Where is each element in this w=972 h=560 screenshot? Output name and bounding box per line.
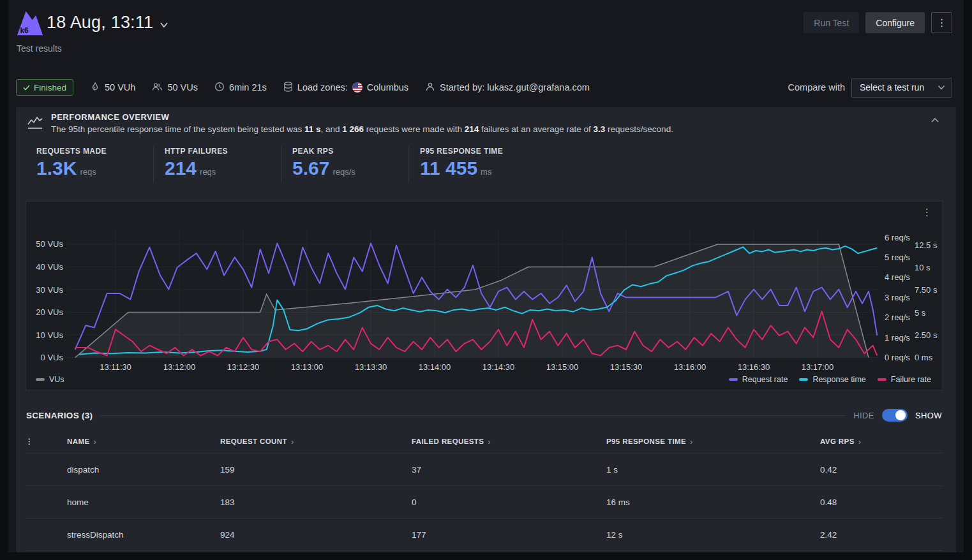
- y-axis-rate-label: 3 req/s: [885, 293, 910, 302]
- show-label[interactable]: SHOW: [915, 411, 942, 420]
- stat-value: 1.3Kreqs: [36, 158, 153, 182]
- status-item-text: 50 VUs: [167, 82, 198, 92]
- stats-row: REQUESTS MADE1.3KreqsHTTP FAILURES214req…: [26, 147, 536, 182]
- timeseries-chart-panel: ⋮ 0 VUs10 VUs20 VUs30 VUs40 VUs50 VUs0 r…: [26, 201, 943, 390]
- status-row: Finished 50 VUh50 VUs6min 21sLoad zones:…: [16, 78, 952, 97]
- check-icon: [23, 85, 30, 91]
- x-axis-time-label: 13:17:00: [802, 362, 834, 372]
- stat-label: REQUESTS MADE: [36, 147, 153, 156]
- scenarios-title: SCENARIOS (3): [26, 411, 93, 420]
- y-axis-time-label: 2.50 s: [915, 330, 938, 340]
- stat-card: REQUESTS MADE1.3Kreqs: [26, 147, 153, 182]
- stat-unit: reqs/s: [333, 167, 355, 177]
- y-axis-rate-label: 5 req/s: [885, 253, 910, 262]
- stat-card: HTTP FAILURES214reqs: [153, 147, 281, 182]
- cell-p95-response-time: 16 ms: [606, 497, 820, 507]
- legend-swatch: [878, 378, 886, 381]
- compare-test-run-select[interactable]: Select a test run: [851, 78, 952, 98]
- legend-item-request-rate[interactable]: Request rate: [729, 375, 788, 384]
- status-item-text: Started by: lukasz.gut@grafana.com: [440, 82, 590, 92]
- y-axis-vus-label: 0 VUs: [41, 353, 64, 362]
- show-hide-toggle[interactable]: [882, 409, 908, 422]
- y-axis-vus-label: 20 VUs: [36, 307, 63, 317]
- table-row[interactable]: stressDispatch92417712 s2.42: [26, 519, 943, 551]
- cell-failed-requests: 0: [412, 497, 606, 507]
- legend-item-response-time[interactable]: Response time: [799, 375, 865, 384]
- toggle-knob: [895, 410, 906, 420]
- y-axis-rate-label: 4 req/s: [885, 272, 910, 282]
- cell-avg-rps: 2.42: [820, 530, 943, 540]
- column-header-p95-response-time[interactable]: P95 RESPONSE TIME›: [606, 437, 820, 446]
- table-row[interactable]: dispatch159371 s0.42: [26, 453, 943, 486]
- legend-item-vus[interactable]: VUs: [36, 375, 64, 384]
- stat-value: 5.67reqs/s: [292, 158, 408, 182]
- cell-name: home: [67, 497, 220, 507]
- legend-label: Failure rate: [891, 375, 931, 384]
- configure-button[interactable]: Configure: [865, 12, 925, 33]
- x-axis-time-label: 13:14:00: [419, 362, 451, 372]
- x-axis-time-label: 13:16:30: [738, 362, 770, 372]
- table-header-row: ⋮NAME›REQUEST COUNT›FAILED REQUESTS›P95 …: [26, 430, 943, 453]
- kebab-menu-icon[interactable]: ⋮: [931, 12, 952, 33]
- clock-icon: [214, 82, 225, 94]
- cell-name: stressDispatch: [67, 530, 220, 540]
- top-actions: Run Test Configure ⋮: [804, 12, 952, 33]
- stat-unit: reqs: [200, 167, 216, 177]
- chevron-right-icon: ›: [690, 437, 693, 446]
- stat-label: HTTP FAILURES: [165, 147, 281, 156]
- page-title: 18 Aug, 13:11: [47, 13, 153, 33]
- chart-kebab-menu-icon[interactable]: ⋮: [918, 205, 936, 219]
- x-axis-time-label: 13:13:30: [355, 362, 387, 372]
- cell-avg-rps: 0.42: [820, 465, 943, 475]
- person-icon: [425, 82, 435, 94]
- stat-label: PEAK RPS: [292, 147, 408, 156]
- cell-failed-requests: 177: [412, 530, 606, 540]
- status-badge: Finished: [16, 79, 73, 96]
- legend-swatch: [729, 378, 738, 381]
- hide-label[interactable]: HIDE: [853, 411, 874, 420]
- page-subtitle: Test results: [17, 43, 62, 54]
- status-item-text: 6min 21s: [229, 82, 267, 92]
- chevron-down-icon[interactable]: [160, 22, 168, 28]
- x-axis-time-label: 13:11:30: [100, 362, 131, 372]
- table-kebab-menu-icon[interactable]: ⋮: [26, 437, 67, 446]
- stat-card: P95 RESPONSE TIME11 455ms: [408, 147, 536, 182]
- chart-legend: VUs Request rateResponse timeFailure rat…: [36, 375, 931, 384]
- timeseries-chart[interactable]: 0 VUs10 VUs20 VUs30 VUs40 VUs50 VUs0 req…: [26, 202, 942, 374]
- y-axis-time-label: 10 s: [915, 263, 931, 272]
- chevron-down-icon: [938, 85, 945, 90]
- status-item: 50 VUs: [152, 82, 198, 94]
- table-row[interactable]: home183016 ms0.48: [26, 486, 943, 519]
- cell-request-count: 159: [220, 465, 412, 475]
- legend-label: VUs: [49, 375, 64, 384]
- column-header-failed-requests[interactable]: FAILED REQUESTS›: [412, 437, 606, 446]
- legend-label: Request rate: [742, 375, 788, 384]
- legend-item-failure-rate[interactable]: Failure rate: [878, 375, 931, 384]
- database-icon: [283, 82, 293, 94]
- column-header-avg-rps[interactable]: AVG RPS›: [820, 437, 943, 446]
- legend-swatch: [799, 378, 808, 381]
- k6-logo[interactable]: k6: [16, 8, 44, 36]
- scenarios-table: ⋮NAME›REQUEST COUNT›FAILED REQUESTS›P95 …: [26, 430, 943, 551]
- column-header-name[interactable]: NAME›: [67, 437, 220, 446]
- flame-icon: [90, 82, 100, 94]
- y-axis-vus-label: 40 VUs: [36, 262, 63, 272]
- y-axis-time-label: 12.5 s: [915, 240, 938, 250]
- divider: [100, 415, 846, 416]
- collapse-chevron-up-icon[interactable]: [931, 117, 939, 123]
- chart-icon: [26, 114, 44, 132]
- chevron-right-icon: ›: [488, 437, 491, 446]
- vus-legend-swatch: [36, 378, 45, 381]
- cell-avg-rps: 0.48: [820, 497, 943, 507]
- cell-failed-requests: 37: [412, 465, 606, 475]
- legend-label: Response time: [812, 375, 865, 384]
- stat-card: PEAK RPS5.67reqs/s: [281, 147, 408, 182]
- x-axis-time-label: 13:15:30: [610, 362, 643, 372]
- stat-label: P95 RESPONSE TIME: [420, 147, 536, 156]
- run-test-button[interactable]: Run Test: [804, 12, 859, 33]
- y-axis-time-label: 7.50 s: [915, 285, 938, 295]
- y-axis-vus-label: 30 VUs: [36, 285, 63, 295]
- column-header-request-count[interactable]: REQUEST COUNT›: [220, 437, 412, 446]
- k6-logo-text: k6: [20, 26, 29, 35]
- stat-unit: reqs: [80, 167, 96, 177]
